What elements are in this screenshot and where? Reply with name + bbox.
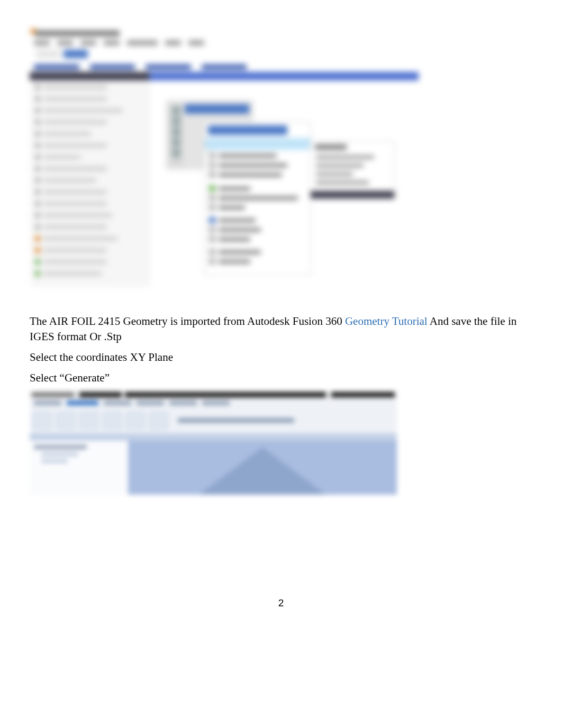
ribbon — [30, 398, 397, 433]
document-page: The AIR FOIL 2415 Geometry is imported f… — [30, 26, 532, 495]
paragraph-xy-plane: Select the coordinates XY Plane — [30, 350, 532, 365]
screenshot-designmodeler — [30, 391, 397, 495]
body-text: The AIR FOIL 2415 Geometry is imported f… — [30, 314, 532, 386]
page-number: 2 — [0, 597, 562, 609]
subtab-row — [30, 62, 247, 71]
sub-toolbar — [30, 433, 397, 441]
outline-tree — [31, 81, 150, 287]
context-menu — [204, 122, 311, 275]
tree-outline — [30, 441, 128, 495]
context-submenu — [310, 141, 395, 199]
text-run: The AIR FOIL 2415 Geometry is imported f… — [30, 315, 345, 327]
menubar — [30, 38, 419, 48]
window-title-placeholder — [35, 31, 120, 36]
viewport-3d — [128, 441, 397, 495]
paragraph-generate: Select “Generate” — [30, 370, 532, 386]
link-geometry-tutorial[interactable]: Geometry Tutorial — [345, 315, 428, 327]
tab-strip — [36, 50, 121, 59]
geometry-preview — [199, 447, 326, 495]
titlebar — [30, 391, 397, 398]
header-bar — [30, 72, 419, 80]
model-canvas — [30, 441, 397, 495]
paragraph-import: The AIR FOIL 2415 Geometry is imported f… — [30, 314, 532, 344]
screenshot-workbench — [30, 26, 419, 288]
